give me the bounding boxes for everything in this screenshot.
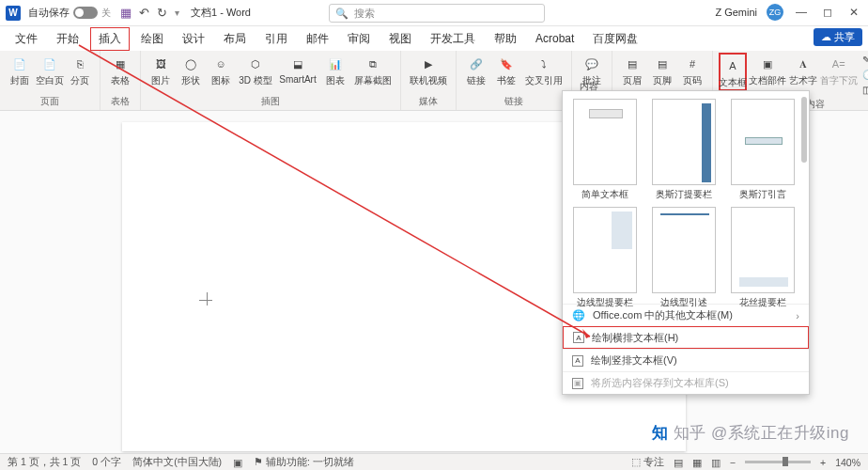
search-icon: 🔍: [335, 8, 349, 20]
textbox-button[interactable]: A文本框: [719, 53, 747, 91]
crossref-button[interactable]: ⤵交叉引用: [522, 53, 566, 87]
view-print-icon[interactable]: ▦: [692, 457, 702, 468]
dropdown-scrollbar[interactable]: [801, 97, 807, 163]
group-tables: ▦表格 表格: [101, 51, 141, 110]
status-bar: 第 1 页，共 1 页 0 个字 简体中文(中国大陆) ▣ ⚑ 辅助功能: 一切…: [0, 453, 868, 470]
gallery-item-austin-quote[interactable]: 奥斯汀引言: [726, 99, 799, 201]
menu-save-to-gallery: ▣将所选内容保存到文本框库(S): [563, 371, 809, 394]
gallery-item-austin-sidebar[interactable]: 奥斯汀提要栏: [647, 99, 721, 201]
title-bar: W 自动保存 关 ▦ ↶ ↻ ▾ 文档1 - Word 🔍 搜索 Z Gemin…: [0, 0, 868, 26]
menu-draw-vertical-textbox[interactable]: A绘制竖排文本框(V): [563, 349, 809, 371]
minimize-button[interactable]: —: [793, 6, 810, 19]
gallery-item-border-sidebar[interactable]: 边线型提要栏: [568, 207, 642, 309]
tab-help[interactable]: 帮助: [487, 28, 524, 50]
group-illustrations: 🖼图片 ◯形状 ☺图标 ⬡3D 模型 ⬓SmartArt 📊图表 ⧉屏幕截图 插…: [141, 51, 401, 110]
document-title: 文档1 - Word: [191, 6, 251, 20]
word-app-icon: W: [6, 6, 21, 21]
group-pages: 📄封面 📄空白页 ⎘分页 页面: [0, 51, 101, 110]
chevron-right-icon: ›: [796, 310, 799, 321]
gallery-item-simple[interactable]: 简单文本框: [568, 99, 642, 201]
status-language[interactable]: 简体中文(中国大陆): [132, 456, 222, 469]
status-spellcheck-icon[interactable]: ▣: [233, 457, 242, 468]
view-web-icon[interactable]: ▥: [711, 457, 721, 468]
status-accessibility[interactable]: ⚑ 辅助功能: 一切就绪: [254, 456, 354, 469]
zoom-out-button[interactable]: −: [730, 457, 736, 468]
tab-acrobat[interactable]: Acrobat: [528, 29, 581, 48]
menu-draw-horizontal-textbox[interactable]: A绘制横排文本框(H): [563, 326, 809, 349]
blank-page-button[interactable]: 📄空白页: [36, 53, 64, 87]
tab-home[interactable]: 开始: [49, 28, 86, 50]
group-media: ▶联机视频 媒体: [401, 51, 457, 110]
user-avatar[interactable]: ZG: [767, 4, 783, 21]
watermark: 知 知乎 @系统正在升级ing: [652, 422, 849, 444]
tab-baidu[interactable]: 百度网盘: [585, 28, 645, 50]
tab-mail[interactable]: 邮件: [299, 28, 336, 50]
table-button[interactable]: ▦表格: [106, 53, 134, 87]
bookmark-button[interactable]: 🔖书签: [492, 53, 520, 87]
dropcap-button[interactable]: A=首字下沉: [820, 53, 858, 87]
shapes-button[interactable]: ◯形状: [177, 53, 205, 87]
tab-review[interactable]: 审阅: [340, 28, 378, 50]
tab-references[interactable]: 引用: [257, 28, 295, 50]
share-button[interactable]: ☁ 共享: [814, 28, 862, 46]
tab-layout[interactable]: 布局: [216, 28, 254, 50]
group-links: 🔗链接 🔖书签 ⤵交叉引用 链接: [457, 51, 572, 110]
textbox-dropdown: 内容 简单文本框 奥斯汀提要栏 奥斯汀引言 边线型提要栏 边线型引述 花丝提要栏…: [562, 90, 810, 395]
tab-draw[interactable]: 绘图: [133, 28, 171, 50]
tab-design[interactable]: 设计: [175, 28, 212, 50]
zoom-slider[interactable]: [745, 461, 811, 463]
toggle-off-icon[interactable]: [73, 7, 98, 19]
search-input[interactable]: 🔍 搜索: [329, 4, 545, 23]
textbox-vert-icon: A: [572, 355, 583, 367]
object-button[interactable]: ◫ 对象 ˅: [860, 83, 868, 97]
maximize-button[interactable]: ◻: [819, 6, 836, 19]
page-number-button[interactable]: #页码: [678, 53, 706, 87]
zoom-in-button[interactable]: +: [820, 457, 826, 468]
text-cursor: [201, 294, 212, 306]
page-break-button[interactable]: ⎘分页: [66, 53, 94, 87]
link-button[interactable]: 🔗链接: [462, 53, 490, 87]
tab-developer[interactable]: 开发工具: [423, 28, 483, 50]
status-page[interactable]: 第 1 页，共 1 页: [8, 456, 81, 469]
zoom-level[interactable]: 140%: [835, 457, 860, 468]
tab-insert[interactable]: 插入: [90, 27, 130, 51]
view-read-icon[interactable]: ▤: [674, 457, 683, 468]
save-gallery-icon: ▣: [572, 378, 583, 389]
smartart-button[interactable]: ⬓SmartArt: [276, 53, 319, 85]
3d-models-button[interactable]: ⬡3D 模型: [237, 53, 274, 87]
gallery-item-border-quote[interactable]: 边线型引述: [647, 207, 721, 309]
text-side-stack: ✎ 签名行 ˅ 🕓 日期和时间 ◫ 对象 ˅: [860, 53, 868, 97]
cover-page-button[interactable]: 📄封面: [6, 53, 34, 87]
status-words[interactable]: 0 个字: [92, 456, 121, 469]
quick-access-toolbar: ▦ ↶ ↻ ▾: [120, 6, 179, 20]
save-icon[interactable]: ▦: [120, 6, 132, 20]
gallery-item-filigree-sidebar[interactable]: 花丝提要栏: [726, 207, 799, 309]
undo-icon[interactable]: ↶: [139, 6, 149, 20]
textbox-horiz-icon: A: [573, 332, 584, 343]
quickparts-button[interactable]: ▣文档部件: [749, 53, 786, 87]
focus-mode-button[interactable]: ⬚ 专注: [631, 456, 664, 469]
redo-icon[interactable]: ↻: [157, 6, 167, 20]
signature-line-button[interactable]: ✎ 签名行 ˅: [860, 53, 868, 67]
header-button[interactable]: ▤页眉: [618, 53, 646, 87]
tab-file[interactable]: 文件: [8, 28, 45, 50]
user-name[interactable]: Z Gemini: [715, 7, 757, 18]
ribbon-tabs: 文件 开始 插入 绘图 设计 布局 引用 邮件 审阅 视图 开发工具 帮助 Ac…: [0, 26, 868, 51]
tab-view[interactable]: 视图: [381, 28, 419, 50]
icons-button[interactable]: ☺图标: [207, 53, 235, 87]
autosave-toggle[interactable]: 自动保存 关: [28, 6, 111, 20]
wordart-button[interactable]: 𝐀艺术字: [788, 53, 818, 87]
chart-button[interactable]: 📊图表: [321, 53, 349, 87]
globe-icon: 🌐: [572, 309, 585, 321]
online-video-button[interactable]: ▶联机视频: [407, 53, 450, 87]
close-button[interactable]: ✕: [845, 6, 862, 19]
datetime-button[interactable]: 🕓 日期和时间: [860, 68, 868, 82]
screenshot-button[interactable]: ⧉屏幕截图: [351, 53, 395, 87]
zhihu-icon: 知: [652, 422, 669, 444]
footer-button[interactable]: ▤页脚: [648, 53, 676, 87]
textbox-gallery: 简单文本框 奥斯汀提要栏 奥斯汀引言 边线型提要栏 边线型引述 花丝提要栏: [563, 91, 809, 304]
pictures-button[interactable]: 🖼图片: [147, 53, 175, 87]
